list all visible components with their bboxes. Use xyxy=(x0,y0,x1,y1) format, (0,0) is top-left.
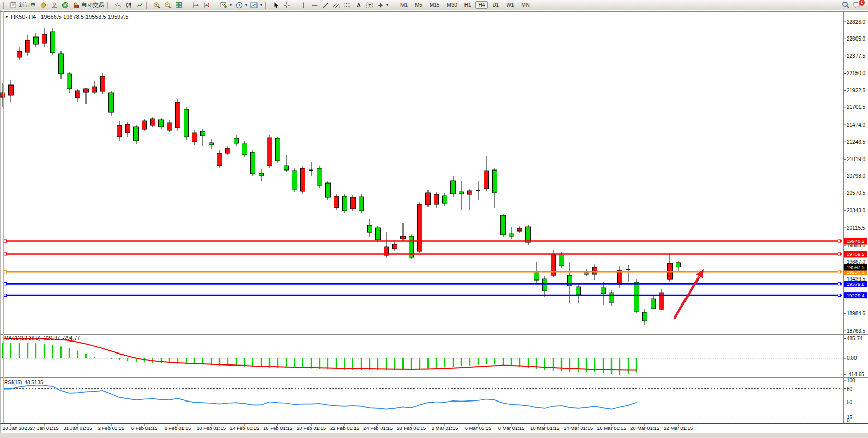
arrows-icon xyxy=(376,1,384,9)
indicators-button[interactable]: ▾ xyxy=(218,1,234,10)
candle-body xyxy=(184,110,189,137)
fibonacci-tool[interactable]: F xyxy=(342,1,353,10)
price-tick-label: 22377.5 xyxy=(847,53,866,59)
line-handle[interactable] xyxy=(4,240,7,242)
main-toolbar: 新订单 自动交易 xyxy=(0,0,868,10)
toolbar-grip xyxy=(3,2,6,9)
price-tick-label: 20115.5 xyxy=(847,225,865,231)
line-handle[interactable] xyxy=(838,283,841,285)
price-tick-label: 18763.5 xyxy=(847,328,866,334)
timeframe-h4[interactable]: H4 xyxy=(475,1,488,9)
candle-body xyxy=(534,273,539,280)
timeframe-m1[interactable]: M1 xyxy=(397,1,411,9)
timeframe-m5[interactable]: M5 xyxy=(412,1,425,9)
horizontal-line-icon xyxy=(311,1,319,9)
timeframe-mn[interactable]: MN xyxy=(518,1,533,9)
timeframe-w1[interactable]: W1 xyxy=(503,1,517,9)
trendline-icon xyxy=(322,1,329,9)
crosshair-icon xyxy=(283,1,290,9)
tile-windows-button[interactable] xyxy=(173,1,184,10)
template-icon xyxy=(250,1,258,9)
candle-body xyxy=(17,51,22,57)
line-chart-icon xyxy=(136,1,143,9)
candle-body xyxy=(368,225,372,232)
candlestick-chart-icon xyxy=(125,1,132,9)
candle-body xyxy=(292,171,297,189)
search-button[interactable] xyxy=(840,1,851,10)
vertical-line-tool[interactable] xyxy=(298,1,309,10)
candle-body xyxy=(443,196,447,203)
rsi-name: RSI(15) xyxy=(4,380,22,385)
price-tick-label: 22150.0 xyxy=(847,70,866,76)
price-tick-label: 20570.5 xyxy=(847,190,866,196)
candle-body xyxy=(1,93,5,97)
price-chart[interactable]: 22826.022605.022377.522150.021922.521701… xyxy=(0,0,868,438)
candle-body xyxy=(276,138,280,161)
timeframe-m30[interactable]: M30 xyxy=(444,1,460,9)
candle-body xyxy=(484,171,489,189)
line-handle[interactable] xyxy=(838,253,841,256)
auto-scroll-button[interactable] xyxy=(190,1,201,10)
text-tool[interactable]: A xyxy=(353,1,364,10)
candle-body xyxy=(493,170,497,193)
line-handle[interactable] xyxy=(838,240,841,242)
price-tick-label: 21246.5 xyxy=(847,139,866,145)
cursor-button[interactable] xyxy=(270,1,281,10)
notifications-button[interactable]: 1 xyxy=(851,1,862,10)
axis-price-flag-label: 19940.5 xyxy=(847,238,864,244)
periods-button[interactable]: ▾ xyxy=(234,1,249,10)
signal-button[interactable] xyxy=(59,1,70,10)
candlestick-chart-button[interactable] xyxy=(123,1,134,10)
crosshair-button[interactable] xyxy=(281,1,292,10)
chart-profile-button[interactable] xyxy=(38,1,48,10)
line-handle[interactable] xyxy=(4,283,7,285)
zoom-in-button[interactable] xyxy=(151,1,162,10)
vertical-line-icon xyxy=(300,1,308,9)
channel-tool[interactable]: E xyxy=(331,1,342,10)
candle-body xyxy=(234,138,239,143)
timeframe-h1[interactable]: H1 xyxy=(461,1,474,9)
candle-body xyxy=(643,312,647,321)
date-label: 14 Feb 01:15 xyxy=(230,425,259,431)
line-handle[interactable] xyxy=(4,271,7,273)
line-handle[interactable] xyxy=(4,253,7,256)
arrows-tool[interactable]: ▾ xyxy=(375,1,390,10)
templates-button[interactable]: ▾ xyxy=(249,1,264,10)
chart-shift-button[interactable] xyxy=(201,1,212,10)
timeframe-d1[interactable]: D1 xyxy=(489,1,502,9)
candle-body xyxy=(9,85,14,95)
candle-body xyxy=(468,191,472,194)
date-label: 6 Feb 01:15 xyxy=(131,425,158,431)
candle-body xyxy=(526,227,531,242)
collapse-triangle-icon[interactable]: ▼ xyxy=(5,15,9,19)
line-chart-button[interactable] xyxy=(134,1,145,10)
date-label: 2 Feb 01:15 xyxy=(98,425,125,431)
line-handle[interactable] xyxy=(838,271,841,273)
candle-body xyxy=(176,102,180,128)
auto-trading-button[interactable]: 自动交易 xyxy=(70,1,106,10)
timeframe-m15[interactable]: M15 xyxy=(426,1,443,9)
candle-body xyxy=(167,123,172,130)
candle-body xyxy=(376,228,381,240)
rsi-indicator-label: RSI(15)48.5135 xyxy=(4,380,45,385)
price-tick-label: 21474.0 xyxy=(847,122,866,128)
bar-chart-button[interactable] xyxy=(112,1,123,10)
date-label: 10 Mar 01:15 xyxy=(530,425,559,431)
timeframe-group: M1M5M15M30H1H4D1W1MN xyxy=(397,1,533,9)
profile-icon xyxy=(50,1,58,9)
fibonacci-icon: F xyxy=(344,1,351,9)
new-order-button[interactable]: 新订单 xyxy=(8,1,38,10)
line-handle[interactable] xyxy=(838,294,841,297)
trendline-tool[interactable] xyxy=(320,1,331,10)
zoom-out-button[interactable] xyxy=(162,1,173,10)
profile-button[interactable] xyxy=(48,1,59,10)
text-label-tool[interactable]: T xyxy=(364,1,375,10)
toolbar-grip xyxy=(294,2,297,9)
candle-body xyxy=(34,37,39,44)
date-label: 8 Mar 01:15 xyxy=(498,425,525,431)
candle-body xyxy=(51,32,55,53)
horizontal-line-tool[interactable] xyxy=(309,1,320,10)
line-handle[interactable] xyxy=(4,294,7,297)
chevron-down-icon: ▾ xyxy=(230,3,232,7)
notification-badge: 1 xyxy=(858,0,865,6)
